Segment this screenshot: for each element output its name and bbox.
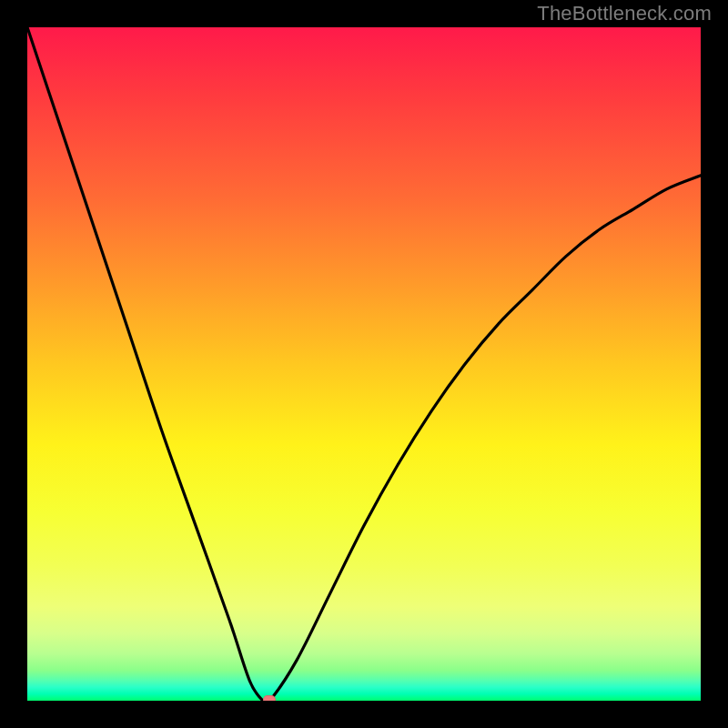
bottleneck-curve	[27, 27, 701, 701]
plot-area	[27, 27, 701, 701]
chart-frame: TheBottleneck.com	[0, 0, 728, 728]
curve-path	[27, 27, 701, 701]
optimum-marker	[263, 695, 276, 701]
watermark-text: TheBottleneck.com	[537, 2, 712, 25]
